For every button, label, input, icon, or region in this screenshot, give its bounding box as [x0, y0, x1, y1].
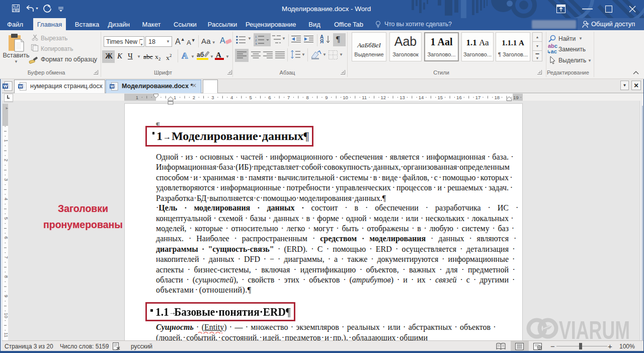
svg-text:11: 11: [362, 95, 367, 100]
svg-text:6: 6: [268, 95, 271, 100]
svg-text:4: 4: [230, 95, 233, 100]
svg-text:1: 1: [5, 107, 9, 109]
svg-text:4: 4: [4, 197, 9, 200]
svg-text:1: 1: [174, 95, 176, 100]
svg-text:5: 5: [250, 95, 252, 100]
svg-text:8: 8: [306, 95, 309, 100]
svg-text:3: 3: [211, 95, 214, 100]
svg-text:2: 2: [193, 95, 195, 100]
svg-text:2: 2: [4, 159, 9, 161]
svg-text:7: 7: [287, 95, 290, 100]
svg-text:18: 18: [494, 95, 500, 100]
svg-text:3: 3: [255, 42, 257, 45]
svg-text:7: 7: [4, 256, 9, 258]
svg-text:1: 1: [136, 95, 138, 100]
svg-text:W: W: [19, 84, 23, 89]
svg-text:19: 19: [513, 95, 519, 100]
svg-text:9: 9: [325, 95, 328, 100]
svg-text:6: 6: [4, 237, 9, 239]
svg-text:W: W: [110, 84, 114, 89]
svg-text:10: 10: [343, 95, 348, 100]
svg-text:8: 8: [4, 275, 9, 278]
svg-text:13: 13: [399, 95, 405, 100]
svg-text:1: 1: [4, 139, 9, 142]
svg-text:17: 17: [475, 95, 481, 100]
svg-text:W: W: [4, 84, 8, 89]
svg-text:2: 2: [255, 38, 257, 42]
svg-text:10: 10: [4, 313, 9, 318]
svg-text:15: 15: [438, 95, 443, 100]
svg-text:16: 16: [456, 95, 462, 100]
svg-text:12: 12: [381, 95, 386, 100]
svg-text:1: 1: [255, 35, 257, 38]
svg-text:5: 5: [4, 217, 9, 220]
svg-text:9: 9: [4, 295, 9, 297]
svg-text:11: 11: [4, 332, 9, 337]
svg-text:3: 3: [4, 178, 9, 181]
svg-text:14: 14: [419, 95, 424, 100]
